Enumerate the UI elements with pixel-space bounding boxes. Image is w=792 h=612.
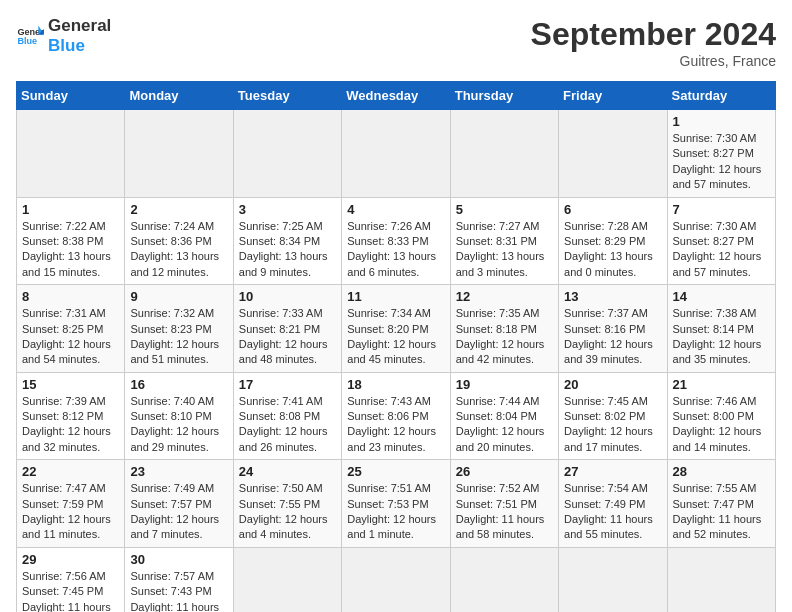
cell-info: Sunrise: 7:46 AMSunset: 8:00 PMDaylight:… xyxy=(673,395,762,453)
calendar-cell: 18Sunrise: 7:43 AMSunset: 8:06 PMDayligh… xyxy=(342,372,450,460)
month-title: September 2024 xyxy=(531,16,776,53)
calendar-cell xyxy=(17,110,125,198)
day-number: 22 xyxy=(22,464,119,479)
day-number: 25 xyxy=(347,464,444,479)
calendar-cell: 1Sunrise: 7:22 AMSunset: 8:38 PMDaylight… xyxy=(17,197,125,285)
calendar-cell: 17Sunrise: 7:41 AMSunset: 8:08 PMDayligh… xyxy=(233,372,341,460)
day-number: 28 xyxy=(673,464,770,479)
cell-info: Sunrise: 7:22 AMSunset: 8:38 PMDaylight:… xyxy=(22,220,111,278)
cell-info: Sunrise: 7:50 AMSunset: 7:55 PMDaylight:… xyxy=(239,482,328,540)
day-number: 30 xyxy=(130,552,227,567)
calendar-week-row: 15Sunrise: 7:39 AMSunset: 8:12 PMDayligh… xyxy=(17,372,776,460)
calendar-cell: 6Sunrise: 7:28 AMSunset: 8:29 PMDaylight… xyxy=(559,197,667,285)
calendar-cell: 15Sunrise: 7:39 AMSunset: 8:12 PMDayligh… xyxy=(17,372,125,460)
calendar-cell xyxy=(559,547,667,612)
cell-info: Sunrise: 7:31 AMSunset: 8:25 PMDaylight:… xyxy=(22,307,111,365)
cell-info: Sunrise: 7:54 AMSunset: 7:49 PMDaylight:… xyxy=(564,482,653,540)
svg-text:Blue: Blue xyxy=(17,36,37,46)
day-number: 8 xyxy=(22,289,119,304)
calendar-cell xyxy=(233,547,341,612)
cell-info: Sunrise: 7:28 AMSunset: 8:29 PMDaylight:… xyxy=(564,220,653,278)
day-header-tuesday: Tuesday xyxy=(233,82,341,110)
calendar-cell: 24Sunrise: 7:50 AMSunset: 7:55 PMDayligh… xyxy=(233,460,341,548)
cell-info: Sunrise: 7:30 AMSunset: 8:27 PMDaylight:… xyxy=(673,132,762,190)
calendar-cell: 11Sunrise: 7:34 AMSunset: 8:20 PMDayligh… xyxy=(342,285,450,373)
day-number: 20 xyxy=(564,377,661,392)
cell-info: Sunrise: 7:38 AMSunset: 8:14 PMDaylight:… xyxy=(673,307,762,365)
day-header-friday: Friday xyxy=(559,82,667,110)
cell-info: Sunrise: 7:45 AMSunset: 8:02 PMDaylight:… xyxy=(564,395,653,453)
calendar-cell: 10Sunrise: 7:33 AMSunset: 8:21 PMDayligh… xyxy=(233,285,341,373)
title-block: September 2024 Guitres, France xyxy=(531,16,776,69)
calendar-cell: 9Sunrise: 7:32 AMSunset: 8:23 PMDaylight… xyxy=(125,285,233,373)
day-number: 24 xyxy=(239,464,336,479)
calendar-cell: 1Sunrise: 7:30 AMSunset: 8:27 PMDaylight… xyxy=(667,110,775,198)
day-header-sunday: Sunday xyxy=(17,82,125,110)
calendar-cell: 4Sunrise: 7:26 AMSunset: 8:33 PMDaylight… xyxy=(342,197,450,285)
day-number: 1 xyxy=(673,114,770,129)
day-number: 3 xyxy=(239,202,336,217)
calendar-cell: 25Sunrise: 7:51 AMSunset: 7:53 PMDayligh… xyxy=(342,460,450,548)
calendar-cell: 3Sunrise: 7:25 AMSunset: 8:34 PMDaylight… xyxy=(233,197,341,285)
cell-info: Sunrise: 7:44 AMSunset: 8:04 PMDaylight:… xyxy=(456,395,545,453)
cell-info: Sunrise: 7:39 AMSunset: 8:12 PMDaylight:… xyxy=(22,395,111,453)
cell-info: Sunrise: 7:57 AMSunset: 7:43 PMDaylight:… xyxy=(130,570,219,612)
day-header-thursday: Thursday xyxy=(450,82,558,110)
calendar-cell: 20Sunrise: 7:45 AMSunset: 8:02 PMDayligh… xyxy=(559,372,667,460)
calendar-cell: 8Sunrise: 7:31 AMSunset: 8:25 PMDaylight… xyxy=(17,285,125,373)
calendar-week-row: 22Sunrise: 7:47 AMSunset: 7:59 PMDayligh… xyxy=(17,460,776,548)
day-number: 18 xyxy=(347,377,444,392)
calendar-week-row: 29Sunrise: 7:56 AMSunset: 7:45 PMDayligh… xyxy=(17,547,776,612)
day-number: 15 xyxy=(22,377,119,392)
cell-info: Sunrise: 7:33 AMSunset: 8:21 PMDaylight:… xyxy=(239,307,328,365)
calendar-cell: 7Sunrise: 7:30 AMSunset: 8:27 PMDaylight… xyxy=(667,197,775,285)
day-number: 29 xyxy=(22,552,119,567)
cell-info: Sunrise: 7:27 AMSunset: 8:31 PMDaylight:… xyxy=(456,220,545,278)
cell-info: Sunrise: 7:24 AMSunset: 8:36 PMDaylight:… xyxy=(130,220,219,278)
calendar-cell xyxy=(125,110,233,198)
calendar-cell: 28Sunrise: 7:55 AMSunset: 7:47 PMDayligh… xyxy=(667,460,775,548)
calendar-header-row: SundayMondayTuesdayWednesdayThursdayFrid… xyxy=(17,82,776,110)
calendar-cell: 22Sunrise: 7:47 AMSunset: 7:59 PMDayligh… xyxy=(17,460,125,548)
calendar-cell: 14Sunrise: 7:38 AMSunset: 8:14 PMDayligh… xyxy=(667,285,775,373)
cell-info: Sunrise: 7:55 AMSunset: 7:47 PMDaylight:… xyxy=(673,482,762,540)
day-number: 9 xyxy=(130,289,227,304)
day-number: 17 xyxy=(239,377,336,392)
logo-icon: General Blue xyxy=(16,22,44,50)
calendar-cell: 30Sunrise: 7:57 AMSunset: 7:43 PMDayligh… xyxy=(125,547,233,612)
cell-info: Sunrise: 7:26 AMSunset: 8:33 PMDaylight:… xyxy=(347,220,436,278)
calendar-cell: 12Sunrise: 7:35 AMSunset: 8:18 PMDayligh… xyxy=(450,285,558,373)
cell-info: Sunrise: 7:41 AMSunset: 8:08 PMDaylight:… xyxy=(239,395,328,453)
day-number: 13 xyxy=(564,289,661,304)
day-number: 5 xyxy=(456,202,553,217)
logo: General Blue General Blue General Blue xyxy=(16,16,111,55)
calendar-cell: 13Sunrise: 7:37 AMSunset: 8:16 PMDayligh… xyxy=(559,285,667,373)
day-header-saturday: Saturday xyxy=(667,82,775,110)
day-number: 16 xyxy=(130,377,227,392)
day-number: 12 xyxy=(456,289,553,304)
calendar-week-row: 8Sunrise: 7:31 AMSunset: 8:25 PMDaylight… xyxy=(17,285,776,373)
day-number: 27 xyxy=(564,464,661,479)
cell-info: Sunrise: 7:25 AMSunset: 8:34 PMDaylight:… xyxy=(239,220,328,278)
calendar-cell: 16Sunrise: 7:40 AMSunset: 8:10 PMDayligh… xyxy=(125,372,233,460)
day-number: 23 xyxy=(130,464,227,479)
calendar-cell xyxy=(450,110,558,198)
cell-info: Sunrise: 7:51 AMSunset: 7:53 PMDaylight:… xyxy=(347,482,436,540)
calendar-cell: 27Sunrise: 7:54 AMSunset: 7:49 PMDayligh… xyxy=(559,460,667,548)
day-header-wednesday: Wednesday xyxy=(342,82,450,110)
page-header: General Blue General Blue General Blue S… xyxy=(16,16,776,69)
cell-info: Sunrise: 7:49 AMSunset: 7:57 PMDaylight:… xyxy=(130,482,219,540)
calendar-table: SundayMondayTuesdayWednesdayThursdayFrid… xyxy=(16,81,776,612)
day-number: 14 xyxy=(673,289,770,304)
day-number: 21 xyxy=(673,377,770,392)
cell-info: Sunrise: 7:40 AMSunset: 8:10 PMDaylight:… xyxy=(130,395,219,453)
calendar-cell xyxy=(233,110,341,198)
day-number: 11 xyxy=(347,289,444,304)
calendar-cell: 26Sunrise: 7:52 AMSunset: 7:51 PMDayligh… xyxy=(450,460,558,548)
day-number: 2 xyxy=(130,202,227,217)
calendar-cell: 23Sunrise: 7:49 AMSunset: 7:57 PMDayligh… xyxy=(125,460,233,548)
cell-info: Sunrise: 7:56 AMSunset: 7:45 PMDaylight:… xyxy=(22,570,111,612)
calendar-cell xyxy=(559,110,667,198)
cell-info: Sunrise: 7:35 AMSunset: 8:18 PMDaylight:… xyxy=(456,307,545,365)
cell-info: Sunrise: 7:43 AMSunset: 8:06 PMDaylight:… xyxy=(347,395,436,453)
